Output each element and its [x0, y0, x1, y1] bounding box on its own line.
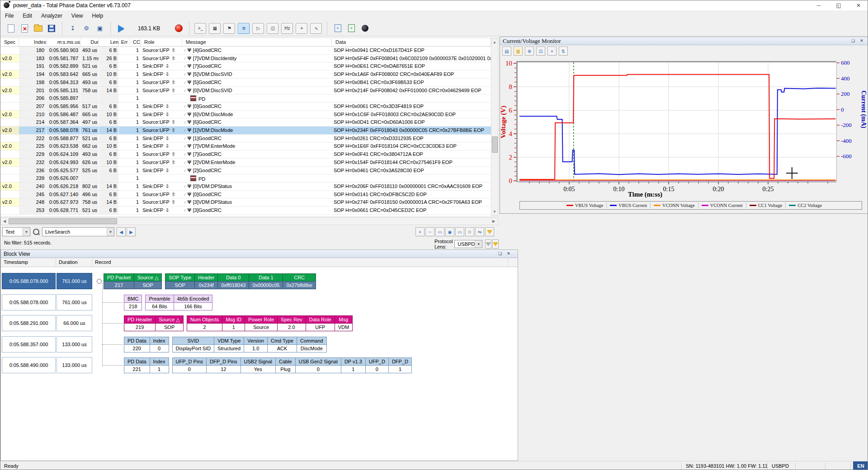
- new-file-button[interactable]: [5, 23, 17, 34]
- packet-row[interactable]: v2.02170:05.588.078761 us14 B1Source:UFP…: [0, 127, 491, 135]
- minimize-button[interactable]: ─: [809, 0, 829, 10]
- packet-row[interactable]: v2.02400:05.626.218802 us14 B1Sink:DFP⇩›…: [0, 183, 491, 191]
- packet-row[interactable]: 2360:05.625.577525 us6 B1Sink:DFP⇩›Ψ[2]G…: [0, 167, 491, 175]
- close-panel-icon[interactable]: ✕: [858, 38, 865, 44]
- search-prev-button[interactable]: ◀: [117, 227, 126, 236]
- scroll-up-icon[interactable]: ▲: [491, 39, 498, 46]
- packet-row[interactable]: v2.01830:05.581.7871.15 ms26 B1Source:UF…: [0, 55, 491, 63]
- record-radio-icon[interactable]: [97, 279, 102, 284]
- open-file-button[interactable]: [32, 23, 44, 34]
- packet-row[interactable]: 1980:05.584.313493 us6 B1Source:UFP⇧›Ψ[5…: [0, 79, 491, 87]
- packet-row[interactable]: v2.02480:05.627.973758 us14 B1Source:UFP…: [0, 198, 491, 207]
- bus-frequency-button[interactable]: Hz: [281, 23, 293, 34]
- save-file-button[interactable]: [46, 23, 57, 34]
- packet-row[interactable]: 2060:05.585.8971PD: [0, 94, 491, 103]
- table-vscroll-thumb[interactable]: [492, 136, 498, 153]
- block-duration[interactable]: 761.000 us: [57, 294, 92, 310]
- packet-row[interactable]: 2140:05.587.364497 us6 B1Source:UFP⇧›Ψ[6…: [0, 118, 491, 127]
- expand-chevron-icon[interactable]: ›: [184, 88, 186, 93]
- scroll-right-icon[interactable]: ▶: [490, 218, 497, 225]
- navigator-view-button[interactable]: +: [296, 23, 307, 34]
- expand-chevron-icon[interactable]: ›: [184, 136, 186, 141]
- scroll-down-icon[interactable]: ▼: [491, 208, 498, 216]
- block-timestamp[interactable]: 0:05.588.490.000: [2, 357, 56, 373]
- column-header-spec[interactable]: Spec: [0, 38, 19, 46]
- expand-chevron-icon[interactable]: ›: [184, 56, 186, 61]
- expand-chevron-icon[interactable]: ›: [184, 143, 186, 149]
- table-hscrollbar[interactable]: ◀ ▶: [0, 217, 498, 225]
- packet-table-header[interactable]: SpecIndexm:s.ms.usDurLenErrCCRoleMessage…: [0, 38, 491, 47]
- import-file-button[interactable]: ≡: [345, 23, 357, 34]
- lens-filter-back-button[interactable]: [485, 240, 491, 249]
- search-next-button[interactable]: ▶: [127, 227, 136, 236]
- settings-gear-button[interactable]: ⚙: [465, 227, 474, 236]
- block-duration[interactable]: 133.000 us: [57, 357, 92, 373]
- block-duration[interactable]: 66.000 us: [57, 315, 92, 331]
- filter-apply-button[interactable]: [485, 227, 494, 236]
- block-timestamp[interactable]: 0:05.588.078.000: [2, 273, 56, 289]
- save-chart-button[interactable]: ▥: [514, 47, 523, 56]
- search-input[interactable]: LiveSearch▼: [42, 227, 114, 236]
- expand-chevron-icon[interactable]: ›: [184, 80, 186, 85]
- packet-row[interactable]: v2.02100:05.586.487665 us10 B1Sink:DFP⇩›…: [0, 111, 491, 119]
- close-file-button[interactable]: ✕: [19, 23, 30, 34]
- lens-filter-button[interactable]: [492, 240, 499, 249]
- record-block-pddata[interactable]: PD Data220Index0SVIDDisplayPort SIDVDM T…: [124, 337, 330, 352]
- packet-row[interactable]: v2.02320:05.624.993626 us10 B1Source:UFP…: [0, 159, 491, 167]
- panel-bottom-button[interactable]: ▭: [455, 227, 464, 236]
- close-button[interactable]: ✕: [849, 0, 868, 10]
- expand-chevron-icon[interactable]: ›: [184, 168, 186, 173]
- menu-item-view[interactable]: View: [67, 11, 88, 20]
- column-header-err[interactable]: Err: [119, 38, 130, 46]
- start-capture-button[interactable]: [115, 23, 127, 34]
- axes-setup-button[interactable]: +: [547, 47, 557, 56]
- float-panel-icon[interactable]: ❏: [496, 250, 504, 257]
- monitor-title-bar[interactable]: Current/Voltage Monitor ❏ ✕: [500, 37, 868, 45]
- flags-view-button[interactable]: ⚑: [223, 23, 235, 34]
- column-header-index[interactable]: Index: [19, 38, 47, 46]
- expand-chevron-icon[interactable]: ›: [184, 160, 186, 165]
- statistics-view-button[interactable]: ◫: [267, 23, 278, 34]
- block-duration[interactable]: 761.000 us: [57, 273, 92, 289]
- connect-device-button[interactable]: ↧: [67, 23, 79, 34]
- panel-circle-button[interactable]: ◉: [445, 227, 454, 236]
- packet-row[interactable]: v2.01940:05.583.642665 us10 B1Sink:DFP⇩›…: [0, 70, 491, 79]
- zoom-reset-button[interactable]: ⊡: [536, 47, 545, 56]
- block-view-toggle-button[interactable]: ≣: [238, 23, 250, 34]
- stop-record-button[interactable]: [173, 23, 184, 34]
- column-header-m-s-ms-us[interactable]: m:s.ms.us: [47, 38, 80, 46]
- packet-row[interactable]: 1910:05.582.899521 us6 B1Sink:DFP⇩›Ψ[7]G…: [0, 62, 491, 70]
- expand-chevron-icon[interactable]: ›: [184, 71, 186, 77]
- expand-chevron-icon[interactable]: ›: [184, 207, 186, 213]
- menu-item-file[interactable]: File: [0, 11, 18, 20]
- packet-row[interactable]: 2450:05.627.140496 us6 B1Source:UFP⇧›Ψ[0…: [0, 191, 491, 199]
- column-header-cc[interactable]: CC: [130, 38, 141, 46]
- copy-chart-button[interactable]: ▤: [502, 47, 511, 56]
- expand-chevron-icon[interactable]: ›: [184, 103, 186, 109]
- command-terminal-button[interactable]: >_: [194, 23, 206, 34]
- protocol-lens-select[interactable]: USBPD▼: [454, 240, 482, 248]
- maximize-button[interactable]: ◱: [829, 0, 849, 10]
- expand-chevron-icon[interactable]: ›: [184, 192, 186, 197]
- search-type-select[interactable]: Text▼: [2, 227, 30, 236]
- transaction-view-button[interactable]: ▦: [209, 23, 221, 34]
- menu-item-edit[interactable]: Edit: [18, 11, 37, 20]
- column-header-dur[interactable]: Dur: [80, 38, 99, 46]
- packet-row[interactable]: 2070:05.585.956517 us6 B1Sink:DFP⇩›Ψ[0]G…: [0, 103, 491, 111]
- language-indicator[interactable]: EN: [853, 461, 868, 470]
- expand-chevron-icon[interactable]: ›: [184, 127, 186, 133]
- packet-row[interactable]: 2530:05.628.771521 us6 B1Sink:DFP⇩›Ψ[3]G…: [0, 207, 491, 215]
- expand-chevron-icon[interactable]: ›: [184, 183, 186, 189]
- expand-chevron-icon[interactable]: ›: [184, 199, 186, 205]
- filter-exchange-button[interactable]: ⇋: [475, 227, 484, 236]
- expand-chevron-icon[interactable]: ›: [184, 112, 186, 117]
- export-file-button[interactable]: ≡: [332, 23, 344, 34]
- block-duration[interactable]: 133.000 us: [57, 336, 92, 352]
- record-block-bmc[interactable]: BMC218Preamble64 Bits4b5b Encoded166 Bit…: [124, 295, 216, 310]
- add-filter-button[interactable]: +: [415, 227, 425, 236]
- column-header-len[interactable]: Len: [99, 38, 119, 46]
- packet-row[interactable]: 2390:05.626.0071PD: [0, 174, 491, 183]
- data-center-logo-button[interactable]: [359, 23, 371, 34]
- expand-chevron-icon[interactable]: ›: [184, 63, 186, 69]
- scroll-left-icon[interactable]: ◀: [1, 218, 8, 225]
